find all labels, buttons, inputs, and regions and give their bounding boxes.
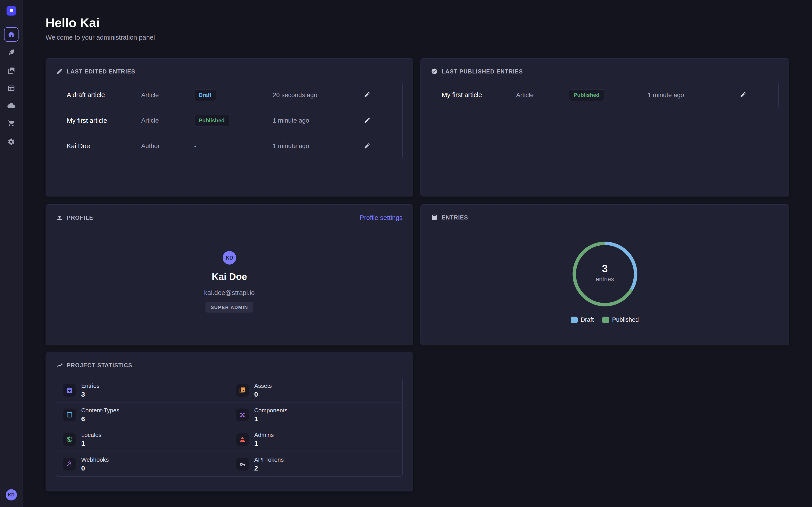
sidebar-item-media-library[interactable] [7,66,15,75]
chart-legend: Draft Published [421,316,789,323]
sidebar-item-marketplace[interactable] [7,119,15,128]
cloud-icon [7,102,15,110]
sidebar-item-settings[interactable] [7,137,15,146]
legend-label: Draft [580,316,594,323]
assets-icon [236,384,249,397]
sidebar-item-cloud[interactable] [7,102,15,110]
entry-kind: Author [141,143,194,150]
donut-total: 3 [582,263,627,274]
edit-entry-button[interactable] [738,90,748,101]
home-icon [7,31,15,39]
stat-value: 0 [254,391,272,398]
legend-swatch-published [602,317,609,323]
stat-label: API Tokens [254,456,284,463]
entry-name: A draft article [67,91,141,99]
profile-avatar-initials: KD [225,255,233,261]
sidebar-item-home[interactable] [4,27,18,42]
widget-title: LAST PUBLISHED ENTRIES [442,68,523,75]
stat-label: Entries [81,382,99,389]
stat-label: Admins [254,432,274,439]
entries-donut-chart: 3 entries [571,240,639,308]
strapi-logo[interactable] [6,6,16,15]
media-library-icon [7,67,15,74]
sidebar-item-content-type-builder[interactable] [7,84,15,93]
status-badge: Published [194,115,229,126]
locales-icon [63,433,76,446]
feather-pen-icon [7,48,15,56]
components-icon [236,408,249,421]
entry-kind: Article [516,92,569,99]
entries-chart-card: ENTRIES 3 entries Draft Published [420,205,789,345]
entry-time: 20 seconds ago [273,92,342,99]
stat-locales: Locales 1 [56,427,230,452]
sidebar-item-content-manager[interactable] [7,48,15,57]
legend-item-draft: Draft [571,316,594,323]
database-icon [431,214,438,221]
stat-entries: Entries 3 [56,378,230,403]
donut-unit-label: entries [582,276,627,283]
edit-entry-button[interactable] [362,115,372,126]
entry-name: My first article [67,117,141,124]
widget-title: LAST EDITED ENTRIES [67,68,135,75]
webhooks-icon [63,458,76,470]
legend-swatch-draft [571,317,578,323]
stat-components: Components 1 [230,403,402,427]
user-avatar[interactable]: KD [6,489,17,501]
sidebar: KD [0,0,22,507]
content-types-icon [63,408,76,421]
table-row: A draft article Article Draft 20 seconds… [56,82,402,108]
last-edited-entries-card: LAST EDITED ENTRIES A draft article Arti… [46,58,413,196]
stat-value: 0 [81,464,109,472]
profile-card: PROFILE Profile settings KD Kai Doe kai.… [46,205,413,345]
entry-time: 1 minute ago [273,117,342,124]
project-statistics-card: PROJECT STATISTICS Entries 3 Assets 0 [46,352,413,492]
legend-item-published: Published [602,316,639,323]
pencil-icon [740,91,747,98]
stat-value: 1 [81,440,101,447]
strapi-logo-icon [8,7,15,14]
last-published-entries-card: LAST PUBLISHED ENTRIES My first article … [420,58,789,196]
stats-grid: Entries 3 Assets 0 Content-Types 6 [56,378,403,476]
page-title: Hello Kai [46,15,100,30]
table-row: My first article Article Published 1 min… [431,82,778,108]
role-badge: SUPER ADMIN [205,302,253,313]
stat-label: Locales [81,432,101,439]
person-icon [56,215,63,221]
stat-value: 1 [254,415,287,423]
stat-content-types: Content-Types 6 [56,403,230,427]
widget-title: PROFILE [67,215,93,221]
check-circle-icon [431,68,438,75]
profile-avatar: KD [222,251,236,265]
layout-icon [7,84,15,92]
user-avatar-initials: KD [8,492,15,498]
stat-label: Assets [254,382,272,389]
last-edited-table: A draft article Article Draft 20 seconds… [56,82,403,159]
api-tokens-icon [236,458,249,470]
stat-assets: Assets 0 [230,378,402,403]
edit-entry-button[interactable] [362,140,372,152]
widget-title: PROJECT STATISTICS [67,362,133,369]
entry-kind: Article [141,92,194,99]
page-subtitle: Welcome to your administration panel [46,34,155,41]
pencil-icon [364,143,370,149]
stat-label: Content-Types [81,407,119,414]
stat-value: 3 [81,391,99,398]
pencil-icon [364,117,370,124]
stat-value: 6 [81,415,119,423]
profile-settings-link[interactable]: Profile settings [360,214,403,222]
legend-label: Published [612,316,639,323]
stat-value: 1 [254,440,274,447]
entry-time: 1 minute ago [273,143,342,150]
trending-up-icon [56,362,63,369]
entries-icon [63,384,76,397]
stat-label: Webhooks [81,456,109,463]
edit-entry-button[interactable] [362,90,372,101]
profile-email: kai.doe@strapi.io [46,289,413,296]
widget-title: ENTRIES [442,214,468,221]
pencil-icon [364,91,370,98]
last-published-table: My first article Article Published 1 min… [431,82,779,108]
admins-icon [236,433,249,446]
table-row: Kai Doe Author - 1 minute ago [56,133,402,159]
entry-time: 1 minute ago [648,92,718,99]
shopping-cart-icon [7,120,15,127]
